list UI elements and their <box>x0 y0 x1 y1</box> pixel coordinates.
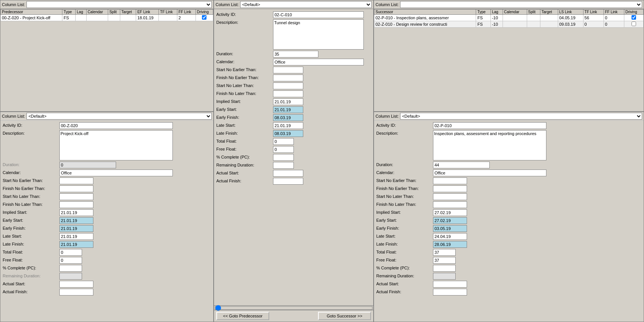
implied-start-label: Implied Start: <box>216 98 273 104</box>
bl-late-finish-input[interactable] <box>59 241 93 248</box>
table-row[interactable]: 00-Z-020 - Project Kick-off FS 18.01.19 … <box>1 15 213 21</box>
activity-column-list-select[interactable]: <Default> <box>240 1 372 8</box>
description-label: Description: <box>216 19 273 25</box>
bl-finish-no-earlier-row: Finish No Earlier Than: <box>3 185 211 192</box>
bl-total-float-label: Total Float: <box>3 249 59 254</box>
early-start-input[interactable] <box>273 106 303 113</box>
br-column-list-select[interactable]: <Default> <box>400 113 642 120</box>
br-remaining-duration-label: Remaining Duration: <box>376 273 433 278</box>
succ-driving-checkbox-0[interactable] <box>632 15 636 20</box>
predecessor-column-list-select[interactable] <box>26 1 212 8</box>
succ-driving-checkbox-1[interactable] <box>632 22 636 26</box>
pred-ff-link: 2 <box>177 15 196 21</box>
bl-start-no-earlier-row: Start No Earlier Than: <box>3 177 211 184</box>
start-no-earlier-input[interactable] <box>273 67 303 73</box>
br-free-float-input[interactable] <box>433 257 456 264</box>
pct-complete-input[interactable] <box>273 154 294 161</box>
br-free-float-label: Free Float: <box>376 257 433 262</box>
br-calendar-input[interactable] <box>433 170 546 176</box>
br-start-no-earlier-label: Start No Earlier Than: <box>376 177 433 183</box>
bl-finish-no-earlier-input[interactable] <box>59 185 93 192</box>
br-column-list-label: Column List: <box>376 114 399 118</box>
successor-column-list-select[interactable] <box>400 1 642 8</box>
br-total-float-input[interactable] <box>433 249 456 256</box>
bl-early-start-input[interactable] <box>59 217 93 224</box>
successor-table-area: Successor Type Lag Calendar Split Target… <box>374 9 644 111</box>
bl-pct-complete-input[interactable] <box>59 265 82 272</box>
br-early-finish-input[interactable] <box>433 225 467 232</box>
br-duration-input[interactable] <box>433 162 490 168</box>
late-start-input[interactable] <box>273 122 303 129</box>
succ-split-0 <box>527 15 540 21</box>
succ-lag-1: -10 <box>490 21 503 28</box>
bl-calendar-input[interactable] <box>59 170 173 176</box>
bl-description-textarea[interactable]: Project Kick-off <box>59 130 173 160</box>
br-description-textarea[interactable]: Inspection plans, assessment and reporti… <box>433 130 546 160</box>
actual-finish-input[interactable] <box>273 178 303 185</box>
bl-early-finish-input[interactable] <box>59 225 93 232</box>
br-late-start-input[interactable] <box>433 233 467 240</box>
bl-free-float-input[interactable] <box>59 257 82 264</box>
br-pct-complete-input[interactable] <box>433 265 456 272</box>
br-start-no-later-row: Start No Later Than: <box>376 193 641 200</box>
succ-driving-0[interactable] <box>624 15 643 21</box>
goto-predecessor-button[interactable]: << Goto Predecessor <box>216 312 269 320</box>
pred-type: FS <box>62 15 76 21</box>
succ-driving-1[interactable] <box>624 21 643 28</box>
bl-total-float-input[interactable] <box>59 249 82 256</box>
implied-start-input[interactable] <box>273 98 303 105</box>
remaining-duration-input[interactable] <box>273 162 294 169</box>
br-start-no-earlier-input[interactable] <box>433 177 467 184</box>
br-early-start-label: Early Start: <box>376 217 433 222</box>
table-row[interactable]: 02-P-010 - Inspection plans, assessmer F… <box>374 15 644 21</box>
br-actual-start-input[interactable] <box>433 281 467 288</box>
br-implied-start-input[interactable] <box>433 209 467 216</box>
total-float-input[interactable] <box>273 138 294 145</box>
succ-tf-link-0: 56 <box>583 15 604 21</box>
bl-actual-finish-input[interactable] <box>59 289 93 296</box>
br-activity-id-input[interactable] <box>433 122 546 129</box>
bl-finish-no-later-input[interactable] <box>59 201 93 208</box>
early-finish-input[interactable] <box>273 114 303 121</box>
br-finish-no-earlier-input[interactable] <box>433 185 467 192</box>
br-actual-finish-input[interactable] <box>433 289 467 296</box>
bl-activity-id-input[interactable] <box>59 122 173 129</box>
goto-successor-button[interactable]: Goto Successor >> <box>318 312 371 320</box>
finish-no-earlier-input[interactable] <box>273 75 303 81</box>
br-start-no-earlier-row: Start No Earlier Than: <box>376 177 641 184</box>
free-float-input[interactable] <box>273 146 294 153</box>
activity-id-input[interactable] <box>273 11 364 18</box>
br-start-no-later-input[interactable] <box>433 193 467 200</box>
bl-actual-start-input[interactable] <box>59 281 93 288</box>
finish-no-later-input[interactable] <box>273 90 303 97</box>
pred-driving-checkbox[interactable] <box>202 15 206 20</box>
br-finish-no-later-input[interactable] <box>433 201 467 208</box>
description-textarea[interactable]: Tunnel design <box>273 19 364 50</box>
bl-implied-start-label: Implied Start: <box>3 209 59 215</box>
col-ff-link: FF Link <box>177 9 196 15</box>
bl-late-start-input[interactable] <box>59 233 93 240</box>
br-late-finish-input[interactable] <box>433 241 467 248</box>
duration-input[interactable] <box>273 51 318 58</box>
succ-col-tf-link: TF Link <box>583 9 604 15</box>
bl-start-no-earlier-input[interactable] <box>59 177 93 184</box>
finish-no-earlier-label: Finish No Earlier Than: <box>216 75 273 80</box>
br-start-no-later-label: Start No Later Than: <box>376 193 433 199</box>
start-no-later-input[interactable] <box>273 82 303 89</box>
actual-start-input[interactable] <box>273 170 303 177</box>
br-duration-row: Duration: <box>376 162 641 168</box>
navigation-buttons: << Goto Predecessor Goto Successor >> <box>214 310 373 322</box>
bl-column-list-select[interactable]: <Default> <box>26 113 212 120</box>
bl-start-no-later-input[interactable] <box>59 193 93 200</box>
bl-implied-start-input[interactable] <box>59 209 93 216</box>
succ-col-target: Target <box>540 9 558 15</box>
bl-start-no-earlier-label: Start No Earlier Than: <box>3 177 59 183</box>
late-finish-input[interactable] <box>273 130 303 137</box>
start-no-earlier-row: Start No Earlier Than: <box>216 67 371 73</box>
calendar-input[interactable] <box>273 59 364 65</box>
pred-driving[interactable] <box>196 15 213 21</box>
br-early-start-input[interactable] <box>433 217 467 224</box>
table-row[interactable]: 02-Z-010 - Design review for constructi … <box>374 21 644 28</box>
horizontal-scrollbar[interactable] <box>215 306 372 310</box>
bl-description-label: Description: <box>3 130 59 135</box>
